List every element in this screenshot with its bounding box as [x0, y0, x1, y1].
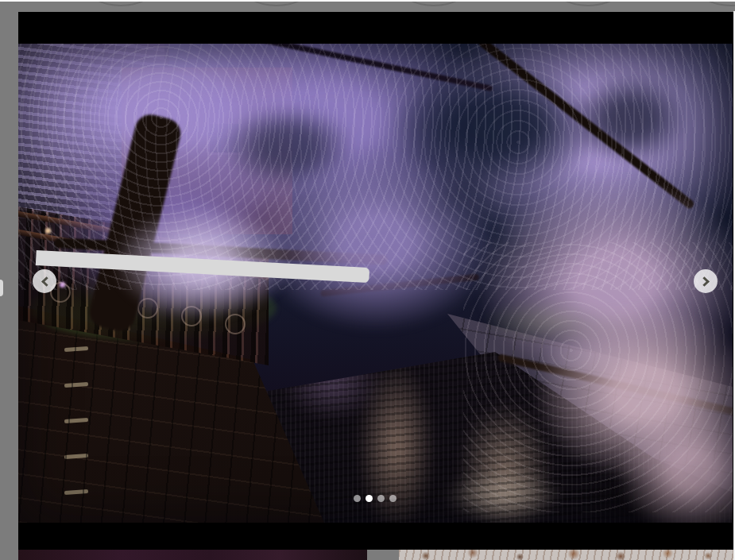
page-edge-fragment-bottom: [0, 280, 3, 296]
carousel-dot-1[interactable]: [354, 495, 361, 502]
carousel-next-button[interactable]: [694, 269, 718, 293]
page: [0, 0, 735, 560]
carousel-dot-2[interactable]: [366, 495, 373, 502]
carousel-photo-cherry-blossoms: [18, 44, 733, 523]
chevron-left-icon: [41, 276, 52, 287]
chevron-right-icon: [699, 276, 710, 287]
photo-layer-vignette: [18, 44, 733, 523]
gallery-thumbnail-right[interactable]: [399, 550, 735, 560]
carousel-prev-button[interactable]: [33, 269, 56, 293]
carousel-dot-3[interactable]: [377, 495, 385, 502]
gallery-thumbnail-left[interactable]: [18, 550, 367, 560]
page-top-edge: [0, 0, 735, 2]
carousel-dots: [354, 495, 397, 502]
lightbox-carousel: [18, 12, 733, 550]
carousel-dot-4[interactable]: [389, 495, 397, 502]
